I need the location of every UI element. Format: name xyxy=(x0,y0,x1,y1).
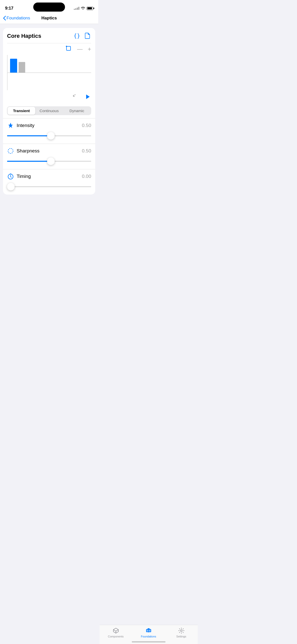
rewind-icon[interactable] xyxy=(72,93,79,101)
segment-control: Transient Continuous Dynamic xyxy=(7,106,91,115)
intensity-fill xyxy=(7,135,51,136)
core-haptics-card: Core Haptics {} xyxy=(3,28,95,195)
sharpness-fill xyxy=(7,161,51,162)
timing-track xyxy=(7,186,91,187)
nav-title: Haptics xyxy=(41,16,57,21)
main-content: Core Haptics {} xyxy=(0,24,98,215)
sharpness-thumb[interactable] xyxy=(47,157,55,165)
timing-value: 0.00 xyxy=(82,174,91,179)
intensity-section: Intensity 0.50 xyxy=(3,118,95,144)
sharpness-slider[interactable] xyxy=(7,157,91,166)
sharpness-header: Sharpness 0.50 xyxy=(7,147,91,154)
svg-text:{}: {} xyxy=(74,33,80,39)
status-icons xyxy=(74,6,93,10)
play-icon[interactable] xyxy=(84,93,91,101)
sharpness-icon xyxy=(7,147,14,154)
code-braces-icon[interactable]: {} xyxy=(73,32,80,40)
timing-label-group: Timing xyxy=(7,173,31,180)
card-header: Core Haptics {} xyxy=(3,28,95,40)
intensity-header: Intensity 0.50 xyxy=(7,122,91,129)
card-header-icons: {} xyxy=(73,32,91,40)
timing-icon xyxy=(7,173,14,180)
segment-transient[interactable]: Transient xyxy=(8,107,35,115)
back-button[interactable]: Foundations xyxy=(3,16,30,21)
sharpness-value: 0.50 xyxy=(82,148,91,154)
card-title: Core Haptics xyxy=(7,33,41,39)
wifi-icon xyxy=(81,6,85,10)
crop-icon[interactable] xyxy=(65,45,72,53)
segment-dynamic[interactable]: Dynamic xyxy=(63,107,91,115)
waveform-playback xyxy=(7,92,91,102)
intensity-thumb[interactable] xyxy=(47,132,55,140)
plus-icon[interactable]: + xyxy=(88,46,91,52)
intensity-track xyxy=(7,135,91,136)
battery-icon xyxy=(87,7,93,10)
intensity-label: Intensity xyxy=(17,123,35,128)
back-label: Foundations xyxy=(7,16,30,21)
timing-header: Timing 0.00 xyxy=(7,173,91,180)
timing-label: Timing xyxy=(17,174,31,179)
sharpness-label-group: Sharpness xyxy=(7,147,40,154)
intensity-icon xyxy=(7,122,14,129)
status-time: 9:17 xyxy=(5,6,13,11)
intensity-label-group: Intensity xyxy=(7,122,35,129)
timing-slider[interactable] xyxy=(7,182,91,191)
svg-point-3 xyxy=(8,148,13,153)
nav-bar: Foundations Haptics xyxy=(0,14,98,24)
waveform-baseline xyxy=(8,73,91,73)
intensity-slider[interactable] xyxy=(7,132,91,140)
svg-point-2 xyxy=(66,46,67,47)
status-bar: 9:17 xyxy=(0,0,98,14)
dynamic-island xyxy=(33,3,65,12)
svg-rect-1 xyxy=(67,46,71,50)
minus-icon[interactable]: — xyxy=(77,46,83,52)
sharpness-track xyxy=(7,161,91,162)
timing-thumb[interactable] xyxy=(7,183,15,190)
waveform-area: — + xyxy=(3,43,95,104)
signal-icon xyxy=(74,7,79,10)
waveform-bar-gray xyxy=(19,62,25,73)
sharpness-section: Sharpness 0.50 xyxy=(3,144,95,169)
waveform-bar-blue xyxy=(10,59,17,73)
timing-section: Timing 0.00 xyxy=(3,169,95,195)
intensity-value: 0.50 xyxy=(82,123,91,128)
sharpness-label: Sharpness xyxy=(17,148,40,154)
waveform-toolbar: — + xyxy=(7,45,91,53)
waveform-canvas xyxy=(7,55,91,90)
file-icon[interactable] xyxy=(84,32,91,40)
segment-continuous[interactable]: Continuous xyxy=(35,107,63,115)
